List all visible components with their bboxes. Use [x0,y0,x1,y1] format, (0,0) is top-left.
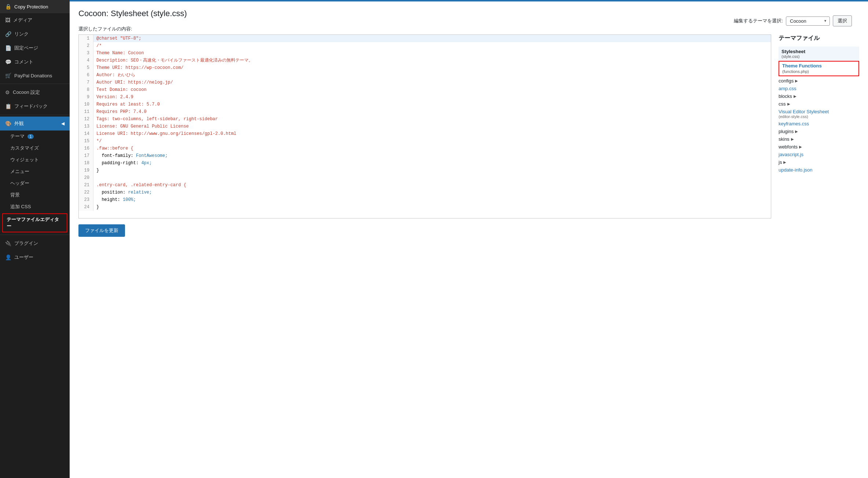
sidebar-item-copy-protection[interactable]: 🔒 Copy Protection [0,0,70,13]
theme-file-amp-css[interactable]: amp.css [779,85,859,92]
theme-file-theme-functions[interactable]: Theme Functions(functions.php) [779,61,859,76]
sidebar-item-label: プラグイン [14,240,38,247]
theme-files-panel: テーマファイル Stylesheet(style.css)Theme Funct… [779,34,859,218]
top-bar: Cocoon: Stylesheet (style.css) 編集するテーマを選… [78,9,859,21]
main-content: Cocoon: Stylesheet (style.css) 編集するテーマを選… [70,0,868,478]
theme-file-stylesheet[interactable]: Stylesheet(style.css) [779,47,859,61]
sidebar: 🔒 Copy Protection 🖼 メディア 🔗 リンク 📄 固定ページ 💬… [0,0,70,478]
sidebar-item-fixed-page[interactable]: 📄 固定ページ [0,41,70,55]
sidebar-item-appearance[interactable]: 🎨 外観 ◀ [0,117,70,130]
theme-folder-css[interactable]: css▶ [779,100,859,108]
sidebar-item-cocoon-settings[interactable]: ⚙ Cocoon 設定 [0,85,70,99]
sidebar-item-label: メディア [13,17,32,23]
code-line-7: 7Author URI: https://nelog.jp/ [79,79,771,86]
code-editor[interactable]: 1@charset "UTF-8";2/*3Theme Name: Cocoon… [78,34,771,218]
update-file-button[interactable]: ファイルを更新 [78,224,125,237]
theme-selector-row: 編集するテーマを選択: Cocoon 選択 [734,15,852,26]
theme-badge: 1 [27,134,34,139]
sidebar-item-label: コメント [14,59,33,65]
sidebar-item-users[interactable]: 👤 ユーザー [0,250,70,264]
comment-icon: 💬 [5,59,11,65]
code-line-23: 23 height: 100%; [79,196,771,203]
file-content-label: 選択したファイルの内容: [78,26,859,32]
code-line-5: 5Theme URI: https://wp-cocoon.com/ [79,64,771,71]
sidebar-item-comment[interactable]: 💬 コメント [0,55,70,69]
folder-label: plugins [779,129,794,134]
code-line-13: 13License: GNU General Public License [79,123,771,130]
theme-folder-configs[interactable]: configs▶ [779,77,859,85]
folder-arrow-icon: ▶ [794,94,797,98]
sidebar-item-label: Copy Protection [14,4,48,10]
link-icon: 🔗 [5,31,11,37]
theme-folder-js[interactable]: js▶ [779,158,859,166]
sidebar-sub-additional-css[interactable]: 追加 CSS [0,201,70,213]
folder-arrow-icon: ▶ [791,137,794,141]
code-line-15: 15*/ [79,137,771,145]
theme-file-visual-editor[interactable]: Visual Editor Stylesheet(editor-style.cs… [779,108,859,120]
sidebar-item-label: フィードバック [14,103,48,110]
theme-file-update-info[interactable]: update-info.json [779,166,859,174]
theme-select-wrapper: Cocoon [786,16,830,26]
code-line-9: 9Version: 2.4.9 [79,93,771,101]
code-line-18: 18 padding-right: 4px; [79,159,771,167]
folder-arrow-icon: ▶ [783,160,786,164]
theme-file-javascript[interactable]: javascript.js [779,151,859,158]
code-line-20: 20 [79,174,771,181]
theme-file-keyframes[interactable]: keyframes.css [779,120,859,128]
theme-folder-skins[interactable]: skins▶ [779,135,859,143]
code-line-19: 19} [79,167,771,174]
code-line-1: 1@charset "UTF-8"; [79,35,771,42]
folder-label: blocks [779,93,792,99]
lock-icon: 🔒 [5,4,11,10]
folder-label: js [779,159,782,165]
sidebar-item-plugins[interactable]: 🔌 プラグイン [0,236,70,250]
media-icon: 🖼 [5,17,10,23]
code-line-12: 12Tags: two-columns, left-sidebar, right… [79,115,771,123]
folder-arrow-icon: ▶ [795,129,798,133]
sidebar-sub-menu[interactable]: メニュー [0,166,70,177]
select-theme-button[interactable]: 選択 [833,15,852,26]
sidebar-sub-widget[interactable]: ウィジェット [0,154,70,166]
code-line-22: 22 position: relative; [79,189,771,196]
sidebar-item-media[interactable]: 🖼 メディア [0,13,70,27]
theme-selector-label: 編集するテーマを選択: [734,18,783,24]
sidebar-item-label: Cocoon 設定 [13,89,40,96]
code-line-21: 21.entry-card, .related-entry-card { [79,181,771,189]
plugin-icon: 🔌 [5,240,11,246]
feedback-icon: 📋 [5,103,11,109]
sidebar-sub-theme-file-editor[interactable]: テーマファイルエディター [2,213,67,232]
page-title: Cocoon: Stylesheet (style.css) [78,9,187,18]
sidebar-item-link[interactable]: 🔗 リンク [0,27,70,41]
theme-folder-plugins[interactable]: plugins▶ [779,128,859,135]
sidebar-item-label: PayPal Donations [14,73,52,78]
code-line-3: 3Theme Name: Cocoon [79,49,771,57]
appearance-icon: 🎨 [5,121,11,126]
cocoon-icon: ⚙ [5,89,10,95]
code-line-6: 6Author: わいひら [79,71,771,79]
sidebar-item-label: リンク [14,31,29,37]
sidebar-sub-customize[interactable]: カスタマイズ [0,142,70,154]
sidebar-item-label: 固定ページ [14,45,38,51]
code-line-14: 14License URI: http://www.gnu.org/licens… [79,130,771,137]
folder-label: configs [779,78,794,84]
theme-folder-blocks[interactable]: blocks▶ [779,92,859,100]
folder-label: webfonts [779,144,798,150]
sidebar-item-paypal[interactable]: 🛒 PayPal Donations [0,69,70,82]
sidebar-sub-theme[interactable]: テーマ 1 [0,130,70,142]
folder-arrow-icon: ▶ [795,79,798,83]
code-line-17: 17 font-family: FontAwesome; [79,152,771,159]
cart-icon: 🛒 [5,73,11,78]
theme-folder-webfonts[interactable]: webfonts▶ [779,143,859,151]
theme-select[interactable]: Cocoon [786,16,830,26]
code-line-4: 4Description: SEO・高速化・モバイルファースト最適化済みの無料テ… [79,57,771,64]
sidebar-item-feedback[interactable]: 📋 フィードバック [0,99,70,113]
code-line-16: 16.faw::before { [79,145,771,152]
code-line-11: 11Requires PHP: 7.4.0 [79,108,771,115]
content-area: 1@charset "UTF-8";2/*3Theme Name: Cocoon… [78,34,859,218]
code-line-24: 24} [79,203,771,211]
sidebar-sub-header[interactable]: ヘッダー [0,177,70,189]
folder-arrow-icon: ▶ [787,102,790,106]
folder-arrow-icon: ▶ [799,145,802,149]
sidebar-sub-background[interactable]: 背景 [0,189,70,201]
code-line-8: 8Text Domain: cocoon [79,86,771,93]
